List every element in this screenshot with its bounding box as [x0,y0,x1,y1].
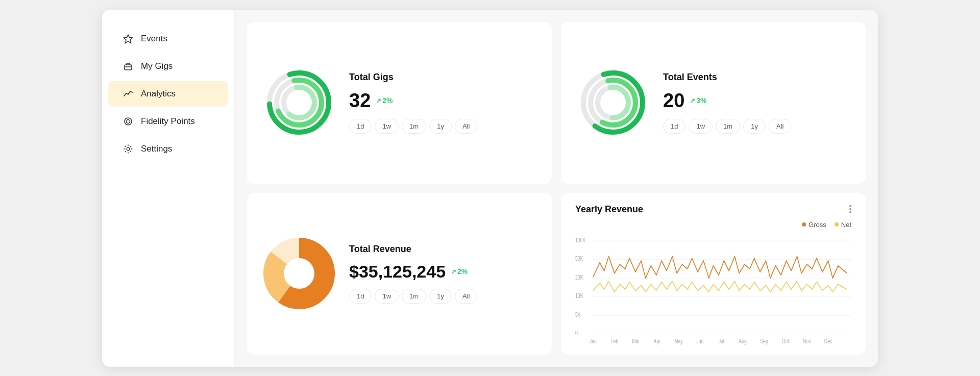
more-options-button[interactable] [849,205,851,213]
yearly-revenue-title: Yearly Revenue [575,204,643,215]
total-events-value: 20 ↗ 3% [663,90,791,112]
total-gigs-filters: 1d 1w 1m 1y All [349,119,477,134]
filter-all-revenue[interactable]: All [455,289,477,304]
total-revenue-value: $35,125,245 ↗ 2% [349,262,477,282]
total-gigs-trend: ↗ 2% [376,96,393,105]
total-events-donut [577,67,649,138]
legend-gross: Gross [802,221,826,229]
svg-text:Jan: Jan [590,337,597,344]
svg-point-5 [127,147,130,151]
svg-text:Apr: Apr [654,337,661,344]
total-gigs-title: Total Gigs [349,72,477,83]
total-gigs-card: Total Gigs 32 ↗ 2% 1d 1w 1m 1y All [247,22,552,184]
sidebar-item-analytics[interactable]: Analytics [108,81,228,107]
svg-text:10K: 10K [575,292,583,299]
svg-text:20K: 20K [575,273,583,281]
sidebar-item-events[interactable]: Events [108,26,228,52]
svg-point-22 [285,259,313,288]
filter-1d-gigs[interactable]: 1d [349,119,372,134]
svg-text:Jun: Jun [696,337,703,344]
svg-text:Sep: Sep [760,337,768,344]
settings-icon [122,143,134,155]
svg-text:Mar: Mar [632,337,640,344]
svg-text:Dec: Dec [824,337,832,344]
app-container: Events My Gigs Analytics [102,10,878,367]
filter-1m-revenue[interactable]: 1m [402,289,426,304]
sidebar: Events My Gigs Analytics [102,10,235,367]
sidebar-item-analytics-label: Analytics [141,89,176,99]
svg-text:Feb: Feb [610,337,618,344]
filter-1d-events[interactable]: 1d [663,119,685,134]
filter-1y-revenue[interactable]: 1y [429,289,452,304]
svg-text:Nov: Nov [803,337,811,344]
main-content: Total Gigs 32 ↗ 2% 1d 1w 1m 1y All [235,10,878,367]
total-revenue-filters: 1d 1w 1m 1y All [349,289,477,304]
legend-net-label: Net [841,221,851,229]
svg-text:Oct: Oct [782,337,789,344]
sidebar-item-my-gigs-label: My Gigs [141,61,173,71]
total-revenue-title: Total Revenue [349,244,477,255]
filter-1w-events[interactable]: 1w [689,119,713,134]
total-events-card: Total Events 20 ↗ 3% 1d 1w 1m 1y All [561,22,866,184]
legend-net: Net [835,221,851,229]
sidebar-item-events-label: Events [141,34,167,44]
yearly-revenue-card: Yearly Revenue Gross Net [561,193,866,355]
svg-text:5K: 5K [575,311,581,318]
filter-1y-gigs[interactable]: 1y [429,119,452,134]
sidebar-item-fidelity-points[interactable]: Fidelity Points [108,109,228,134]
svg-text:50K: 50K [575,255,583,262]
svg-marker-0 [124,35,133,43]
star-icon [122,33,134,44]
svg-rect-1 [125,65,132,70]
total-events-info: Total Events 20 ↗ 3% 1d 1w 1m 1y All [663,72,791,134]
filter-1d-revenue[interactable]: 1d [349,289,372,304]
svg-text:May: May [674,337,683,344]
filter-all-events[interactable]: All [769,119,791,134]
total-events-filters: 1d 1w 1m 1y All [663,119,791,134]
total-gigs-value: 32 ↗ 2% [349,90,477,112]
sidebar-item-my-gigs[interactable]: My Gigs [108,54,228,79]
yearly-revenue-header: Yearly Revenue [575,204,851,215]
filter-1m-events[interactable]: 1m [716,119,740,134]
total-gigs-info: Total Gigs 32 ↗ 2% 1d 1w 1m 1y All [349,72,477,134]
svg-point-4 [127,119,130,123]
sidebar-item-settings-label: Settings [141,144,172,154]
filter-1m-gigs[interactable]: 1m [402,119,426,134]
svg-text:100K: 100K [575,236,585,243]
yearly-revenue-legend: Gross Net [802,221,851,229]
analytics-icon [122,88,134,99]
sidebar-item-fidelity-label: Fidelity Points [141,116,195,127]
fidelity-icon [122,116,134,127]
total-events-trend: ↗ 3% [690,96,706,105]
total-revenue-trend: ↗ 2% [451,267,468,275]
filter-1w-revenue[interactable]: 1w [375,289,399,304]
legend-net-dot [835,222,839,227]
svg-text:Aug: Aug [739,337,747,344]
legend-gross-label: Gross [808,221,826,229]
sidebar-item-settings[interactable]: Settings [108,136,228,162]
svg-text:Jul: Jul [719,337,724,344]
svg-point-3 [125,118,132,125]
filter-1w-gigs[interactable]: 1w [375,119,399,134]
total-revenue-info: Total Revenue $35,125,245 ↗ 2% 1d 1w 1m … [349,244,477,304]
total-revenue-pie [263,238,335,309]
total-gigs-donut [263,67,335,138]
yearly-revenue-chart: 100K 50K 20K 10K 5K 0 [575,235,851,346]
total-events-title: Total Events [663,72,791,83]
total-revenue-card: Total Revenue $35,125,245 ↗ 2% 1d 1w 1m … [247,193,552,355]
filter-all-gigs[interactable]: All [455,119,477,134]
svg-text:0: 0 [575,329,578,336]
filter-1y-events[interactable]: 1y [743,119,766,134]
legend-gross-dot [802,222,806,227]
briefcase-icon [122,61,134,72]
